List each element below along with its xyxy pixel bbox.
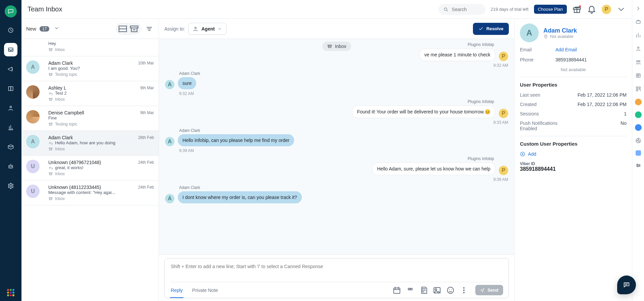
- conversation-item[interactable]: U Unknown (48112233445) 24th Feb Message…: [21, 181, 159, 205]
- filter-button[interactable]: [145, 24, 154, 34]
- conversation-preview: I am good. You?: [48, 66, 80, 71]
- floating-chat-button[interactable]: [617, 275, 636, 294]
- profile-name[interactable]: Adam Clark: [543, 27, 577, 34]
- svg-point-25: [545, 36, 546, 36]
- gift-icon[interactable]: [572, 5, 582, 14]
- inbox-tray-pill[interactable]: Inbox: [322, 42, 351, 51]
- nav-inbox[interactable]: [4, 43, 17, 56]
- send-button[interactable]: Send: [475, 285, 503, 295]
- prop-sessions-label: Sessions: [520, 111, 560, 116]
- view-active-icon[interactable]: [117, 24, 128, 34]
- conversation-item[interactable]: Ashley L 9th Mar Test 2 Inbox: [21, 81, 159, 106]
- message-time: 9:32 AM: [179, 91, 194, 96]
- rail-square-blue[interactable]: [636, 150, 641, 156]
- user-properties-title: User Properties: [520, 82, 627, 88]
- resolve-button[interactable]: Resolve: [473, 23, 509, 35]
- profile-not-available: Not available: [520, 67, 627, 72]
- note-button[interactable]: [419, 286, 428, 295]
- bell-icon[interactable]: [587, 5, 596, 14]
- svg-point-23: [464, 290, 464, 290]
- rail-newspaper-icon[interactable]: [635, 72, 642, 79]
- svg-point-4: [11, 166, 12, 167]
- brand-badge: [5, 5, 17, 17]
- conversation-name: Adam Clark: [48, 135, 73, 140]
- nav-announcements[interactable]: [4, 62, 17, 76]
- add-email-link[interactable]: Add Email: [555, 47, 627, 52]
- send-label: Send: [487, 288, 498, 293]
- prop-sessions-value: 1: [563, 111, 627, 116]
- assign-agent-dropdown[interactable]: Agent: [188, 23, 226, 35]
- composer: Reply Private Note: [159, 254, 514, 301]
- gift-notification-dot: [579, 5, 581, 7]
- user-menu-caret[interactable]: [616, 5, 626, 14]
- svg-point-20: [435, 289, 437, 290]
- svg-point-30: [638, 61, 640, 62]
- conversation-channel: Inbox: [55, 147, 65, 151]
- quote-button[interactable]: [406, 286, 415, 295]
- conversation-item[interactable]: Denise Campbell 9th Mar Fine Testing top…: [21, 106, 159, 131]
- phone-value: 385918894441: [555, 57, 627, 62]
- rail-chart-icon[interactable]: [635, 32, 642, 39]
- rail-user-icon[interactable]: [635, 45, 642, 52]
- rail-qr-icon[interactable]: [635, 85, 642, 93]
- list-filter-label[interactable]: New: [26, 26, 36, 32]
- image-button[interactable]: [432, 286, 442, 295]
- add-label: Add: [528, 151, 536, 157]
- conversation-avatar: [26, 85, 40, 99]
- more-button[interactable]: [459, 286, 469, 295]
- conversation-preview: Message with content: "Hey agai...: [48, 190, 115, 195]
- conversation-list[interactable]: Hey Inbox A Adam Clark 10th Mar I am goo…: [21, 39, 159, 301]
- conversation-channel: Inbox: [55, 97, 65, 102]
- nav-bots[interactable]: [4, 160, 17, 173]
- conversation-avatar: [26, 110, 40, 123]
- rail-team-icon[interactable]: [635, 58, 642, 66]
- chat-bubble-icon: [623, 281, 630, 289]
- nav-packages[interactable]: [4, 140, 17, 154]
- search-input[interactable]: [451, 6, 478, 12]
- rail-sliders-icon[interactable]: [635, 162, 642, 169]
- list-filter-caret[interactable]: [54, 26, 59, 32]
- nav-contacts[interactable]: [4, 101, 17, 115]
- rail-badge-green[interactable]: [635, 111, 642, 118]
- message-time: 9:33 AM: [493, 120, 508, 125]
- rail-chrome-icon[interactable]: [635, 137, 642, 144]
- conversation-avatar: U: [26, 160, 40, 173]
- conversation-item[interactable]: A Adam Clark 10th Mar I am good. You? Te…: [21, 56, 159, 81]
- conversation-channel: Testing topic: [55, 72, 77, 77]
- apps-grid-icon[interactable]: [7, 289, 14, 296]
- svg-point-22: [464, 287, 464, 288]
- svg-point-21: [447, 287, 454, 293]
- view-archived-icon[interactable]: [128, 24, 140, 34]
- emoji-button[interactable]: [446, 286, 455, 295]
- rail-badge-blue[interactable]: [635, 124, 642, 131]
- calendar-button[interactable]: [392, 286, 401, 295]
- rail-suitcase-icon[interactable]: [635, 18, 642, 26]
- conversation-date: 9th Mar: [140, 86, 154, 90]
- message-avatar: A: [165, 80, 174, 89]
- tab-private-note[interactable]: Private Note: [192, 286, 219, 295]
- add-custom-property[interactable]: Add: [520, 151, 627, 157]
- choose-plan-button[interactable]: Choose Plan: [534, 5, 567, 14]
- viber-id-label: Viber ID: [520, 161, 627, 166]
- right-rail: [632, 0, 644, 301]
- conversation-item[interactable]: U Unknown (48796721048) 24th Feb great, …: [21, 156, 159, 181]
- conversation-item[interactable]: A Adam Clark 28th Feb Hello Adam, how ar…: [21, 131, 159, 156]
- nav-reports[interactable]: [4, 121, 17, 134]
- message-input[interactable]: [170, 263, 503, 278]
- nav-settings[interactable]: [4, 179, 17, 193]
- rail-badge-orange[interactable]: [635, 99, 642, 105]
- conversation-preview: Fine: [48, 115, 57, 120]
- topbar-avatar[interactable]: P: [602, 5, 611, 14]
- message-bubble: Found it! Your order will be delivered t…: [352, 105, 495, 118]
- message-sender: Adam Clark: [179, 185, 200, 190]
- conversation-name: Denise Campbell: [48, 110, 84, 115]
- nav-dashboard[interactable]: [4, 23, 17, 37]
- list-header: New 17: [21, 19, 159, 39]
- tab-reply[interactable]: Reply: [170, 286, 183, 295]
- rail-expand-icon[interactable]: [635, 5, 642, 12]
- global-search[interactable]: [438, 4, 485, 15]
- view-toggle[interactable]: [116, 23, 141, 35]
- conversation-item[interactable]: Hey Inbox: [21, 39, 159, 56]
- nav-knowledge[interactable]: [4, 82, 17, 95]
- page-title: Team Inbox: [28, 5, 62, 13]
